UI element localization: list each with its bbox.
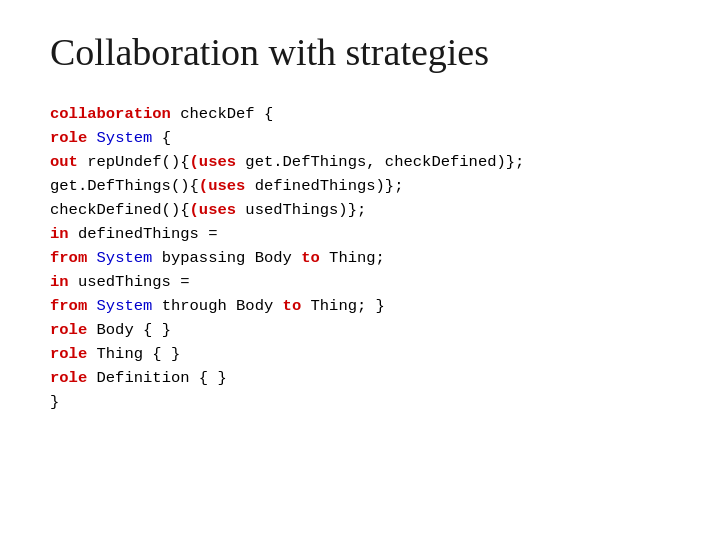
plain-text <box>87 129 96 147</box>
keyword: (uses <box>199 177 246 195</box>
code-line: role System { <box>50 126 670 150</box>
identifier: System <box>97 297 153 315</box>
code-line: } <box>50 390 670 414</box>
code-line: checkDefined(){(uses usedThings)}; <box>50 198 670 222</box>
code-line: in definedThings = <box>50 222 670 246</box>
keyword: role <box>50 345 87 363</box>
code-line: from System through Body to Thing; } <box>50 294 670 318</box>
keyword: collaboration <box>50 105 171 123</box>
keyword: out <box>50 153 78 171</box>
slide: Collaboration with strategies collaborat… <box>0 0 720 540</box>
keyword: in <box>50 273 69 291</box>
identifier: System <box>97 249 153 267</box>
code-line: out repUndef(){(uses get.DefThings, chec… <box>50 150 670 174</box>
plain-text <box>87 249 96 267</box>
plain-text: definedThings = <box>69 225 218 243</box>
plain-text: Thing; <box>320 249 385 267</box>
keyword: in <box>50 225 69 243</box>
keyword: (uses <box>190 153 237 171</box>
plain-text: get.DefThings, checkDefined)}; <box>236 153 524 171</box>
plain-text: Definition { } <box>87 369 227 387</box>
plain-text: Thing; } <box>301 297 385 315</box>
plain-text: Thing { } <box>87 345 180 363</box>
plain-text: Body { } <box>87 321 171 339</box>
plain-text <box>87 297 96 315</box>
plain-text: repUndef(){ <box>78 153 190 171</box>
plain-text: checkDefined(){ <box>50 201 190 219</box>
slide-title: Collaboration with strategies <box>50 30 670 74</box>
code-block: collaboration checkDef { role System { o… <box>50 102 670 414</box>
code-line: collaboration checkDef { <box>50 102 670 126</box>
code-line: from System bypassing Body to Thing; <box>50 246 670 270</box>
plain-text: bypassing Body <box>152 249 301 267</box>
code-line: get.DefThings(){(uses definedThings)}; <box>50 174 670 198</box>
plain-text: } <box>50 393 59 411</box>
code-line: in usedThings = <box>50 270 670 294</box>
code-line: role Definition { } <box>50 366 670 390</box>
plain-text: through Body <box>152 297 282 315</box>
keyword: from <box>50 297 87 315</box>
plain-text: usedThings)}; <box>236 201 366 219</box>
identifier: System <box>97 129 153 147</box>
keyword: role <box>50 369 87 387</box>
keyword: to <box>283 297 302 315</box>
plain-text: definedThings)}; <box>245 177 403 195</box>
plain-text: usedThings = <box>69 273 190 291</box>
keyword: (uses <box>190 201 237 219</box>
keyword: role <box>50 321 87 339</box>
plain-text: { <box>152 129 171 147</box>
code-line: role Thing { } <box>50 342 670 366</box>
keyword: to <box>301 249 320 267</box>
plain-text: checkDef { <box>171 105 273 123</box>
code-line: role Body { } <box>50 318 670 342</box>
keyword: role <box>50 129 87 147</box>
plain-text: get.DefThings(){ <box>50 177 199 195</box>
keyword: from <box>50 249 87 267</box>
